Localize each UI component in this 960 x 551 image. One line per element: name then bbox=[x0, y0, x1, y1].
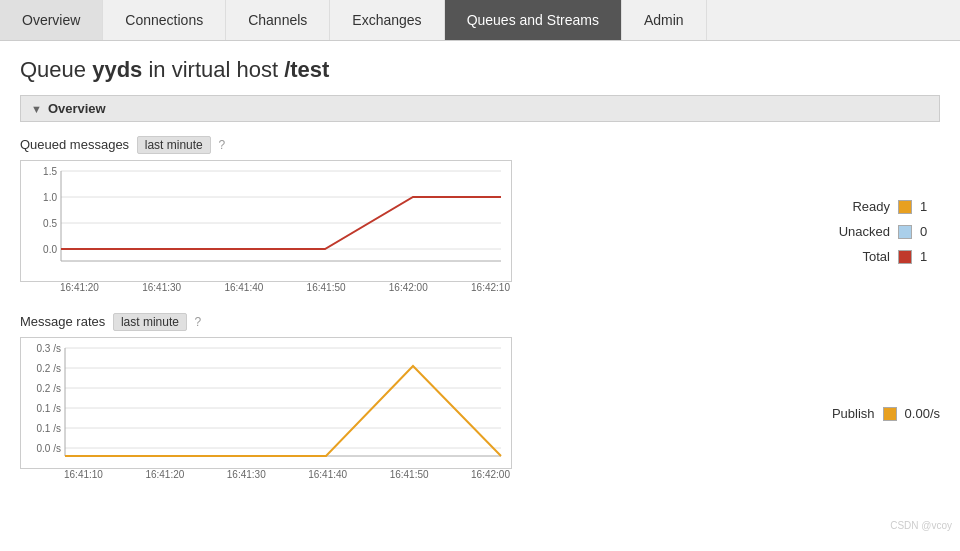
page-title: Queue yyds in virtual host /test bbox=[20, 57, 940, 83]
svg-text:0.2 /s: 0.2 /s bbox=[37, 363, 61, 374]
legend-total-swatch bbox=[898, 250, 912, 264]
svg-text:0.5: 0.5 bbox=[43, 218, 57, 229]
queued-messages-label: Queued messages bbox=[20, 137, 129, 152]
queued-messages-chart-container: 1.5 1.0 0.5 0.0 16:41:20 16:41:30 16:41:… bbox=[20, 160, 512, 293]
legend-unacked: Unacked 0 bbox=[542, 224, 940, 239]
message-rates-legend: Publish 0.00/s bbox=[542, 337, 940, 480]
svg-text:0.1 /s: 0.1 /s bbox=[37, 403, 61, 414]
overview-section-header[interactable]: ▼ Overview bbox=[20, 95, 940, 122]
svg-text:0.0: 0.0 bbox=[43, 244, 57, 255]
legend-unacked-value: 0 bbox=[920, 224, 940, 239]
legend-publish-label: Publish bbox=[815, 406, 875, 421]
title-middle: in virtual host bbox=[142, 57, 284, 82]
nav-overview[interactable]: Overview bbox=[0, 0, 103, 40]
legend-ready-label: Ready bbox=[830, 199, 890, 214]
message-rates-label: Message rates bbox=[20, 314, 105, 329]
queued-messages-badge[interactable]: last minute bbox=[137, 136, 211, 154]
queued-messages-chart: 1.5 1.0 0.5 0.0 bbox=[21, 161, 511, 281]
message-rates-chart-container: 0.3 /s 0.2 /s 0.2 /s 0.1 /s 0.1 /s 0.0 /… bbox=[20, 337, 512, 480]
legend-unacked-swatch bbox=[898, 225, 912, 239]
page-content: Queue yyds in virtual host /test ▼ Overv… bbox=[0, 41, 960, 516]
message-rates-label-row: Message rates last minute ? bbox=[20, 313, 940, 331]
legend-total: Total 1 bbox=[542, 249, 940, 264]
watermark: CSDN @vcoy bbox=[0, 516, 960, 535]
queue-name: yyds bbox=[92, 57, 142, 82]
main-nav: Overview Connections Channels Exchanges … bbox=[0, 0, 960, 41]
legend-ready-value: 1 bbox=[920, 199, 940, 214]
svg-text:1.0: 1.0 bbox=[43, 192, 57, 203]
queued-messages-label-row: Queued messages last minute ? bbox=[20, 136, 940, 154]
nav-connections[interactable]: Connections bbox=[103, 0, 226, 40]
overview-section-label: Overview bbox=[48, 101, 106, 116]
queued-messages-row: 1.5 1.0 0.5 0.0 16:41:20 16:41:30 16:41:… bbox=[20, 160, 940, 293]
legend-publish-value: 0.00/s bbox=[905, 406, 940, 421]
vhost-name: /test bbox=[284, 57, 329, 82]
message-rates-chart: 0.3 /s 0.2 /s 0.2 /s 0.1 /s 0.1 /s 0.0 /… bbox=[21, 338, 511, 468]
nav-channels[interactable]: Channels bbox=[226, 0, 330, 40]
message-rates-chart-box: 0.3 /s 0.2 /s 0.2 /s 0.1 /s 0.1 /s 0.0 /… bbox=[20, 337, 512, 469]
svg-text:1.5: 1.5 bbox=[43, 166, 57, 177]
section-arrow-icon: ▼ bbox=[31, 103, 42, 115]
message-rates-xaxis: 16:41:10 16:41:20 16:41:30 16:41:40 16:4… bbox=[20, 469, 510, 480]
queued-messages-xaxis: 16:41:20 16:41:30 16:41:40 16:41:50 16:4… bbox=[20, 282, 510, 293]
legend-total-value: 1 bbox=[920, 249, 940, 264]
svg-text:0.0 /s: 0.0 /s bbox=[37, 443, 61, 454]
nav-exchanges[interactable]: Exchanges bbox=[330, 0, 444, 40]
svg-text:0.2 /s: 0.2 /s bbox=[37, 383, 61, 394]
queued-messages-help: ? bbox=[218, 138, 225, 152]
legend-publish: Publish 0.00/s bbox=[542, 406, 940, 421]
legend-total-label: Total bbox=[830, 249, 890, 264]
legend-ready-swatch bbox=[898, 200, 912, 214]
legend-ready: Ready 1 bbox=[542, 199, 940, 214]
nav-admin[interactable]: Admin bbox=[622, 0, 707, 40]
legend-unacked-label: Unacked bbox=[830, 224, 890, 239]
message-rates-row: 0.3 /s 0.2 /s 0.2 /s 0.1 /s 0.1 /s 0.0 /… bbox=[20, 337, 940, 480]
svg-text:0.3 /s: 0.3 /s bbox=[37, 343, 61, 354]
message-rates-badge[interactable]: last minute bbox=[113, 313, 187, 331]
queued-messages-chart-box: 1.5 1.0 0.5 0.0 bbox=[20, 160, 512, 282]
queued-messages-legend: Ready 1 Unacked 0 Total 1 bbox=[542, 160, 940, 293]
nav-queues-streams[interactable]: Queues and Streams bbox=[445, 0, 622, 40]
svg-text:0.1 /s: 0.1 /s bbox=[37, 423, 61, 434]
title-prefix: Queue bbox=[20, 57, 92, 82]
legend-publish-swatch bbox=[883, 407, 897, 421]
message-rates-help: ? bbox=[195, 315, 202, 329]
